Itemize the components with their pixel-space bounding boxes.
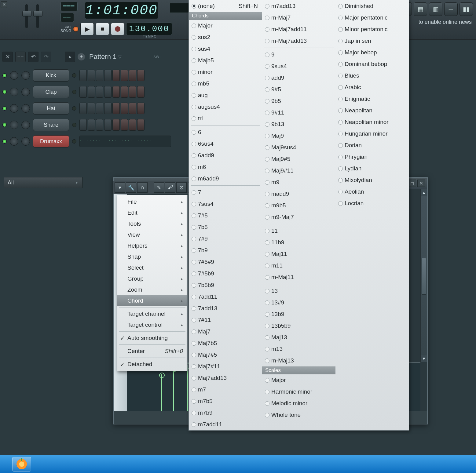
menu-item-group[interactable]: Group▸ — [117, 273, 187, 284]
menu-item-view[interactable]: View▸ — [117, 229, 187, 240]
pencil-icon[interactable]: ✎ — [154, 182, 164, 193]
step-button[interactable] — [137, 119, 145, 131]
chord-option-major-bebop[interactable]: Major bebop — [335, 47, 409, 58]
step-button[interactable] — [79, 119, 87, 131]
lcd-mini-1[interactable]: ═══ — [60, 2, 78, 11]
chord-option-maj9[interactable]: Maj9 — [262, 130, 335, 142]
scroll-thumb[interactable] — [422, 258, 426, 295]
chord-option-maj7[interactable]: Maj7 — [189, 326, 262, 337]
lcd-mini-2[interactable]: ── — [60, 13, 74, 22]
chord-option-13[interactable]: 13 — [262, 285, 335, 297]
chord-option-major[interactable]: Major — [262, 374, 335, 386]
menu-item-detached[interactable]: Detached — [117, 359, 187, 370]
chord-option-7sus4[interactable]: 7sus4 — [189, 198, 262, 210]
menu-item-select[interactable]: Select▸ — [117, 262, 187, 273]
chord-option-majb5[interactable]: Majb5 — [189, 55, 262, 66]
chord-option-7add13[interactable]: 7add13 — [189, 303, 262, 314]
chord-option-7-5b9[interactable]: 7#5b9 — [189, 268, 262, 279]
chord-option-tri[interactable]: tri — [189, 113, 262, 124]
pattern-selector[interactable]: Pattern 1 ▽ — [89, 53, 122, 61]
step-button[interactable] — [129, 103, 136, 114]
menu-item-snap[interactable]: Snap▸ — [117, 251, 187, 262]
chord-option-maj9sus4[interactable]: Maj9sus4 — [262, 142, 335, 153]
chord-option-m7add13[interactable]: m7add13 — [262, 0, 335, 12]
chord-option-whole-tone[interactable]: Whole tone — [262, 409, 335, 421]
channel-select-led[interactable] — [72, 123, 76, 127]
channel-pan-knob[interactable] — [10, 104, 18, 113]
channel-led[interactable] — [2, 106, 7, 111]
chord-option-m-maj7[interactable]: m-Maj7 — [262, 12, 335, 24]
step-button[interactable] — [112, 119, 120, 131]
step-button[interactable] — [79, 103, 87, 114]
undo-icon[interactable]: ↶ — [28, 52, 38, 62]
chord-option-7-5-9[interactable]: 7#5#9 — [189, 256, 262, 268]
brush-icon[interactable]: 🖌 — [165, 182, 175, 193]
channel-pan-knob[interactable] — [10, 71, 18, 80]
view-pianoroll-button[interactable]: ▥ — [429, 2, 442, 16]
chord-option-aug[interactable]: aug — [189, 89, 262, 101]
chord-option-7-11[interactable]: 7#11 — [189, 314, 262, 326]
chord-option-7add11[interactable]: 7add11 — [189, 291, 262, 303]
step-button[interactable] — [96, 70, 103, 81]
chord-option-m7b9[interactable]: m7b9 — [189, 407, 262, 419]
menu-arrow-icon[interactable]: ▾ — [115, 182, 125, 193]
channel-vol-knob[interactable] — [21, 121, 30, 129]
chord-option-m11[interactable]: m11 — [262, 260, 335, 271]
taskbar[interactable] — [0, 455, 476, 473]
view-browser-button[interactable]: ☰ — [444, 2, 458, 16]
channel-select-led[interactable] — [72, 90, 76, 94]
chord-option-arabic[interactable]: Arabic — [335, 82, 409, 93]
chord-option--none-[interactable]: (none)Shift+N — [189, 0, 262, 12]
chord-option-sus2[interactable]: sus2 — [189, 31, 262, 43]
magnet-icon[interactable]: ∩ — [137, 182, 148, 193]
channel-button[interactable]: Clap — [33, 86, 69, 98]
step-button[interactable] — [112, 86, 120, 98]
chord-option-locrian[interactable]: Locrian — [335, 198, 409, 209]
tempo-lcd[interactable]: 130.000 — [126, 23, 172, 35]
step-button[interactable] — [112, 103, 120, 114]
menu-item-helpers[interactable]: Helpers▸ — [117, 240, 187, 251]
step-button[interactable] — [121, 86, 128, 98]
chord-option-maj11[interactable]: Maj11 — [262, 248, 335, 260]
channel-vol-knob[interactable] — [21, 137, 30, 146]
play-button[interactable]: ▶ — [80, 23, 94, 35]
menu-item-zoom[interactable]: Zoom▸ — [117, 284, 187, 295]
chord-option-mb5[interactable]: mb5 — [189, 78, 262, 89]
chord-option-13-9[interactable]: 13#9 — [262, 297, 335, 308]
chord-option-melodic-minor[interactable]: Melodic minor — [262, 398, 335, 409]
wrench-icon[interactable]: 🔧 — [126, 182, 136, 193]
chord-option-m6[interactable]: m6 — [189, 161, 262, 173]
arrow-play-icon[interactable]: ▸ — [65, 52, 75, 62]
chord-option-6sus4[interactable]: 6sus4 — [189, 138, 262, 150]
chord-option-maj7-11[interactable]: Maj7#11 — [189, 361, 262, 372]
view-mixer-button[interactable]: ▮▮ — [460, 2, 473, 16]
chord-option-m7add11[interactable]: m7add11 — [189, 419, 262, 430]
automation-clip[interactable]: · · · · · · · · · · · · · · · · · · · · … — [79, 136, 171, 147]
chord-option-7b9[interactable]: 7b9 — [189, 245, 262, 256]
chord-option-7b5[interactable]: 7b5 — [189, 221, 262, 233]
step-button[interactable] — [104, 119, 112, 131]
step-button[interactable] — [88, 119, 95, 131]
close-icon-2[interactable]: ✕ — [2, 52, 13, 62]
menu-item-target-channel[interactable]: Target channel▸ — [117, 308, 187, 319]
channel-led[interactable] — [2, 139, 7, 144]
view-stepsequencer-button[interactable]: ▦ — [414, 2, 427, 16]
chord-option-m-maj11[interactable]: m-Maj11 — [262, 271, 335, 283]
chord-option-hungarian-minor[interactable]: Hungarian minor — [335, 128, 409, 140]
chord-option-minor-pentatonic[interactable]: Minor pentatonic — [335, 24, 409, 35]
step-button[interactable] — [88, 86, 95, 98]
channel-select-led[interactable] — [72, 106, 76, 111]
channel-button[interactable]: Drumaxx — [33, 135, 69, 147]
step-button[interactable] — [104, 70, 112, 81]
step-button[interactable] — [129, 70, 136, 81]
stop-button[interactable]: ■ — [96, 23, 109, 35]
channel-led[interactable] — [2, 90, 7, 94]
scroll-down-icon[interactable]: ▼ — [421, 355, 427, 362]
step-button[interactable] — [121, 70, 128, 81]
chord-option-major-pentatonic[interactable]: Major pentatonic — [335, 12, 409, 24]
chord-option-6[interactable]: 6 — [189, 126, 262, 138]
chord-option-lydian[interactable]: Lydian — [335, 163, 409, 174]
browser-filter-dropdown[interactable]: All ▼ — [4, 177, 82, 188]
chord-option-7-5[interactable]: 7#5 — [189, 210, 262, 221]
chord-option-sus4[interactable]: sus4 — [189, 43, 262, 55]
